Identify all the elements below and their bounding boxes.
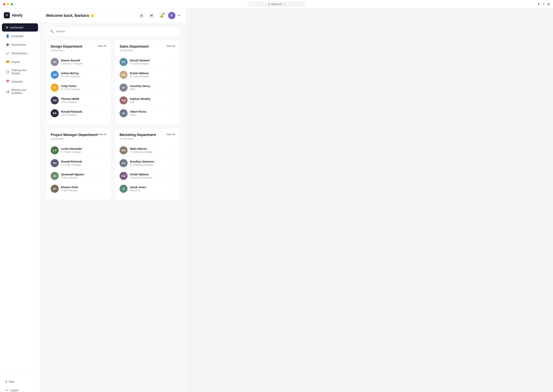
sidebar-item-payroll[interactable]: 💳 Payroll ›: [2, 58, 38, 66]
marketing-view-all[interactable]: View All: [166, 133, 175, 136]
marketing-dept-title: Marketing Department: [119, 133, 156, 137]
employee-name: Darrell Steward: [130, 59, 149, 62]
table-row[interactable]: RR Ronald Richards UI/UX Designer ›: [51, 107, 106, 119]
table-row[interactable]: CH Courtney Henry BDM ›: [119, 81, 175, 94]
marketing-dept-members: 10 Members: [119, 137, 156, 140]
project-department-card: Project Manager Department 18 Members Vi…: [46, 128, 111, 200]
row-chevron-icon: ›: [174, 99, 175, 102]
table-row[interactable]: CF Cody Fisher Sr. UI/UX Designer ›: [51, 81, 106, 94]
table-row[interactable]: TW Theresa Webb UI/UX Designer ›: [51, 94, 106, 107]
table-row[interactable]: EP Eleanor Pena Project Manager ›: [51, 182, 106, 195]
sidebar-item-training[interactable]: 📋 Training and Develo...: [2, 66, 38, 77]
employee-role: UI/UX Designer: [61, 114, 82, 116]
avatar: SN: [51, 172, 59, 180]
sidebar-item-reports[interactable]: 📊 Reports and Analytics: [2, 86, 38, 97]
sidebar-label-payroll: Payroll: [12, 60, 20, 63]
employee-name: Kathryn Murphy: [130, 97, 150, 100]
chat-button[interactable]: ✉: [148, 12, 155, 19]
sidebar-label-performance: Performance...: [12, 52, 29, 55]
employee-role: BDM: [130, 88, 150, 91]
table-row[interactable]: RR Ronald Richards Sr. Project Manager ›: [51, 157, 106, 170]
row-chevron-icon: ›: [174, 60, 175, 63]
employee-role: Sr. Sales Manager: [130, 75, 149, 78]
sidebar: H Hirefy ⊞ Dashboard 👤 Employee › ➕ Recr…: [0, 8, 40, 392]
table-row[interactable]: AF Albert Flores Sales ›: [119, 107, 175, 119]
add-tab-icon[interactable]: +: [543, 2, 545, 6]
marketing-department-card: Marketing Department 10 Members View All…: [115, 128, 180, 200]
traffic-light-red[interactable]: [3, 3, 5, 5]
avatar: RR: [51, 159, 59, 167]
app-logo: H Hirefy: [0, 12, 40, 23]
user-avatar[interactable]: B: [168, 12, 175, 19]
employee-name: Kristin Watson: [130, 173, 153, 176]
employee-role: Sales: [130, 114, 146, 116]
main-content: Welcome back, Barbara 🌟 ⊙ ✉ 🔔 B ▾ 🔍 Desi…: [40, 8, 186, 392]
row-chevron-icon: ›: [174, 86, 175, 89]
avatar: TW: [51, 96, 59, 105]
sidebar-item-dashboard[interactable]: ⊞ Dashboard: [2, 23, 38, 32]
employee-role: Project Manager: [61, 176, 84, 179]
table-row[interactable]: KW Kristin Watson Sr. Sales Manager ›: [119, 69, 175, 81]
table-row[interactable]: KM Kathryn Murphy BDE ›: [119, 94, 175, 107]
traffic-light-green[interactable]: [11, 3, 13, 5]
table-row[interactable]: DR Dianne Russell Lead UI/UX Designer ›: [51, 56, 106, 69]
row-chevron-icon: ›: [174, 149, 175, 152]
design-view-all[interactable]: View All: [98, 45, 106, 47]
table-row[interactable]: AM Arlene McCoy Sr. UI/UX Designer ›: [51, 69, 106, 81]
avatar: AF: [119, 109, 127, 117]
avatar: JJ: [119, 185, 127, 193]
lock-icon: 🔒: [268, 3, 270, 5]
grid-icon[interactable]: ⊞: [547, 2, 550, 6]
search-button[interactable]: ⊙: [138, 12, 145, 19]
row-chevron-icon: ›: [174, 161, 175, 165]
refresh-icon[interactable]: ↻: [283, 3, 285, 6]
avatar: WW: [119, 146, 127, 154]
employee-role: Sr. UI/UX Designer: [61, 88, 80, 91]
avatar: CH: [119, 84, 127, 91]
sidebar-item-schedule[interactable]: 📅 Schedule: [2, 77, 38, 86]
table-row[interactable]: BS Brooklyn Simmons Sr. Marketing Manage…: [119, 157, 175, 170]
sidebar-item-employee[interactable]: 👤 Employee ›: [2, 32, 38, 40]
employee-name: Savannah Nguyen: [61, 173, 84, 176]
avatar: RR: [51, 109, 59, 117]
search-bar: 🔍: [46, 27, 180, 36]
sales-view-all[interactable]: View All: [166, 45, 175, 47]
employee-name: Albert Flores: [130, 110, 146, 113]
project-view-all[interactable]: View All: [98, 133, 106, 136]
employee-name: Theresa Webb: [61, 97, 79, 100]
table-row[interactable]: LA Leslie Alexander Sr. Project Manager …: [51, 144, 106, 157]
table-row[interactable]: KW Kristin Watson Marketing Coordinator …: [119, 170, 175, 182]
recruitment-icon: ➕: [6, 43, 10, 47]
table-row[interactable]: JJ Jacob Jones Marketing ›: [119, 182, 175, 195]
sidebar-label-dashboard: Dashboard: [10, 26, 23, 29]
avatar: KM: [119, 96, 127, 105]
employee-name: Courtney Henry: [130, 84, 150, 88]
avatar: DS: [119, 58, 127, 66]
row-chevron-icon: ›: [105, 174, 106, 177]
sales-department-card: Sales Department 14 Members View All DS …: [115, 40, 180, 124]
traffic-light-yellow[interactable]: [7, 3, 9, 5]
notification-button[interactable]: 🔔: [158, 12, 165, 19]
avatar: DR: [51, 58, 59, 66]
employee-name: Ronald Richards: [61, 110, 82, 113]
sidebar-item-performance[interactable]: 📈 Performance... ›: [2, 49, 38, 57]
sidebar-item-help[interactable]: ℹ Help: [2, 378, 38, 386]
table-row[interactable]: SN Savannah Nguyen Project Manager ›: [51, 170, 106, 182]
row-chevron-icon: ›: [174, 112, 175, 115]
share-icon[interactable]: ⬆: [538, 2, 540, 6]
table-row[interactable]: DS Darrell Steward Sr. Sales Manager ›: [119, 56, 175, 69]
employee-role: Sr. Sales Manager: [130, 62, 149, 65]
employee-icon: 👤: [6, 34, 10, 38]
header-actions: ⊙ ✉ 🔔 B ▾: [138, 12, 180, 19]
design-dept-members: 20 Members: [51, 49, 82, 52]
user-dropdown-icon[interactable]: ▾: [178, 14, 180, 17]
search-input[interactable]: [56, 30, 176, 33]
sidebar-item-logout[interactable]: ↪ Logout: [2, 386, 38, 392]
row-chevron-icon: ›: [105, 86, 106, 89]
employee-name: Ronald Richards: [61, 160, 82, 163]
table-row[interactable]: WW Wade Warren Sr. Marketing Manager ›: [119, 144, 175, 157]
sidebar-item-recruitment[interactable]: ➕ Recruitment ›: [2, 41, 38, 49]
sidebar-label-training: Training and Develo...: [12, 69, 34, 75]
sidebar-label-help: Help: [9, 380, 14, 383]
employee-name: Cody Fisher: [61, 84, 80, 88]
